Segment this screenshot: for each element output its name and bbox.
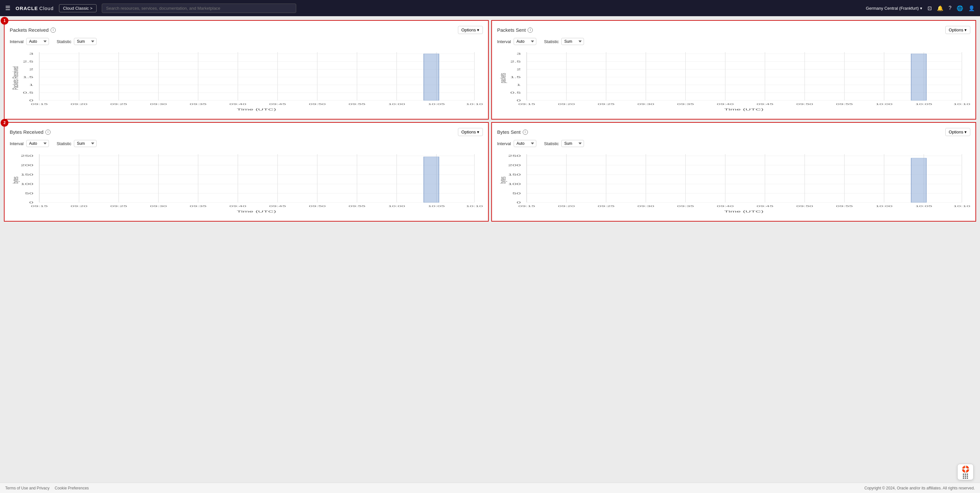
options-button-packets-sent[interactable]: Options ▾	[945, 26, 970, 34]
svg-text:10:10: 10:10	[466, 205, 483, 208]
interval-select[interactable]: Auto	[26, 38, 49, 45]
terminal-icon[interactable]: ⊡	[928, 5, 932, 11]
svg-text:09:50: 09:50	[309, 205, 326, 208]
svg-text:09:15: 09:15	[518, 103, 535, 106]
chart-controls-bytes-sent: Interval Auto Statistic Sum	[497, 140, 970, 147]
svg-text:0.5: 0.5	[510, 91, 521, 94]
interval-group: Interval Auto	[10, 140, 49, 147]
region-chevron-icon: ▾	[920, 6, 922, 11]
bell-icon[interactable]: 🔔	[937, 5, 943, 11]
statistic-group: Statistic Sum	[544, 140, 584, 147]
interval-select-3[interactable]: Auto	[26, 140, 49, 147]
chart-controls-packets-received: Interval Auto Statistic Sum	[10, 38, 483, 45]
svg-text:10:00: 10:00	[876, 103, 892, 106]
terms-link[interactable]: Terms of Use and Privacy	[5, 486, 49, 490]
interval-group: Interval Auto	[10, 38, 49, 45]
svg-text:09:35: 09:35	[677, 103, 694, 106]
globe-icon[interactable]: 🌐	[957, 5, 963, 11]
svg-text:2.5: 2.5	[510, 60, 521, 63]
svg-text:09:45: 09:45	[756, 103, 773, 106]
svg-text:09:35: 09:35	[189, 205, 207, 208]
svg-text:0.5: 0.5	[23, 91, 33, 94]
interval-label: Interval	[10, 39, 24, 44]
svg-text:200: 200	[508, 163, 521, 167]
svg-text:200: 200	[21, 163, 33, 167]
help-icon[interactable]: ?	[948, 5, 951, 11]
chart-area-packets-sent: 3 2.5 2 1.5 1 0.5 0 packets	[497, 49, 970, 114]
section-badge-2: 2	[1, 119, 8, 127]
statistic-group: Statistic Sum	[57, 38, 97, 45]
user-avatar-icon[interactable]: 👤	[968, 5, 975, 11]
options-button-bytes-received[interactable]: Options ▾	[458, 128, 483, 136]
svg-text:09:55: 09:55	[836, 205, 853, 208]
info-icon-packets-received[interactable]: i	[51, 27, 56, 33]
svg-text:10:10: 10:10	[953, 103, 970, 106]
statistic-label: Statistic	[544, 141, 559, 146]
svg-text:10:00: 10:00	[388, 103, 405, 106]
svg-text:Packets Received: Packets Received	[11, 67, 20, 90]
chart-svg-packets-received: 3 2.5 2 1.5 1 0.5 0 Packets Received	[10, 49, 483, 114]
svg-text:0: 0	[517, 99, 521, 102]
oracle-text: ORACLE	[16, 5, 38, 11]
interval-label: Interval	[497, 39, 511, 44]
cookie-link[interactable]: Cookie Preferences	[55, 486, 89, 490]
chart-title-text: Packets Received	[10, 27, 49, 33]
region-selector[interactable]: Germany Central (Frankfurt) ▾	[866, 6, 922, 11]
svg-text:1.5: 1.5	[23, 76, 33, 79]
cloud-classic-button[interactable]: Cloud Classic >	[59, 4, 97, 12]
info-icon-packets-sent[interactable]: i	[528, 27, 533, 33]
svg-text:09:20: 09:20	[558, 205, 575, 208]
svg-text:1: 1	[517, 83, 521, 87]
info-icon-bytes-received[interactable]: i	[45, 130, 51, 135]
search-input[interactable]	[102, 3, 296, 13]
svg-text:10:05: 10:05	[915, 103, 932, 106]
svg-text:10:05: 10:05	[915, 205, 932, 208]
info-icon-bytes-sent[interactable]: i	[523, 130, 528, 135]
svg-text:09:20: 09:20	[71, 103, 88, 106]
svg-text:09:30: 09:30	[638, 205, 654, 208]
chart-title-text: Bytes Received	[10, 129, 43, 135]
statistic-group: Statistic Sum	[57, 140, 97, 147]
svg-text:10:10: 10:10	[466, 103, 483, 106]
svg-text:250: 250	[508, 154, 521, 157]
chart-title-bytes-received: Bytes Received i	[10, 129, 51, 135]
interval-select-4[interactable]: Auto	[514, 140, 536, 147]
svg-text:10:00: 10:00	[876, 205, 892, 208]
interval-select-2[interactable]: Auto	[514, 38, 536, 45]
chart-area-packets-received: 3 2.5 2 1.5 1 0.5 0 Packets Received	[10, 49, 483, 114]
hamburger-menu-icon[interactable]: ☰	[5, 5, 10, 12]
statistic-select-4[interactable]: Sum	[561, 140, 584, 147]
bytes-sent-chart: Bytes Sent i Options ▾ Interval Auto Sta…	[491, 122, 976, 222]
svg-text:10:00: 10:00	[388, 205, 405, 208]
header: ☰ ORACLE Cloud Cloud Classic > Germany C…	[0, 0, 980, 16]
help-widget-icon: 🛟	[961, 465, 970, 473]
svg-text:09:40: 09:40	[229, 205, 246, 208]
svg-text:09:55: 09:55	[348, 205, 365, 208]
chart-title-text: Bytes Sent	[497, 129, 521, 135]
chart-area-bytes-sent: 250 200 150 100 50 0 bytes	[497, 151, 970, 216]
statistic-select-2[interactable]: Sum	[561, 38, 584, 45]
svg-text:09:20: 09:20	[71, 205, 88, 208]
statistic-select-3[interactable]: Sum	[74, 140, 97, 147]
options-button-bytes-sent[interactable]: Options ▾	[945, 128, 970, 136]
svg-text:09:20: 09:20	[558, 103, 575, 106]
bytes-received-chart: 2 Bytes Received i Options ▾ Interval Au…	[4, 122, 489, 222]
svg-text:0: 0	[29, 201, 33, 204]
svg-text:09:50: 09:50	[796, 205, 813, 208]
svg-marker-107	[424, 157, 439, 203]
statistic-select[interactable]: Sum	[74, 38, 97, 45]
svg-text:2: 2	[29, 68, 33, 71]
chart-svg-bytes-sent: 250 200 150 100 50 0 bytes	[497, 151, 970, 216]
cloud-text: Cloud	[39, 5, 54, 11]
svg-marker-146	[911, 158, 926, 203]
chart-header-bytes-received: Bytes Received i Options ▾	[10, 128, 483, 136]
interval-label: Interval	[497, 141, 511, 146]
options-button-packets-received[interactable]: Options ▾	[458, 26, 483, 34]
svg-text:09:45: 09:45	[269, 103, 286, 106]
help-widget[interactable]: 🛟	[957, 464, 974, 480]
svg-text:09:35: 09:35	[189, 103, 207, 106]
svg-text:09:50: 09:50	[796, 103, 813, 106]
section-badge-1: 1	[1, 17, 8, 25]
header-right: Germany Central (Frankfurt) ▾ ⊡ 🔔 ? 🌐 👤	[866, 5, 975, 11]
svg-text:Time (UTC): Time (UTC)	[237, 108, 276, 111]
